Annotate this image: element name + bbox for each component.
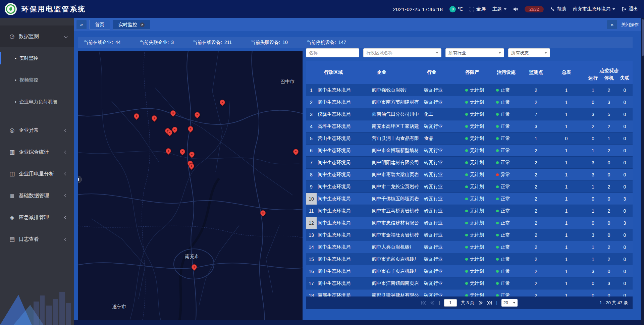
stop-count-cell: 3 (601, 96, 617, 108)
industry-select[interactable]: 所有行业 (445, 48, 504, 57)
table-row[interactable]: 6 阆中生态环境局 阆中市金博瑞新型墙材 砖瓦行业 无计划 正常 (306, 145, 633, 157)
status-dot (496, 185, 499, 188)
run-count-cell: 0 (585, 193, 601, 205)
table-row[interactable]: 15 阆中生态环境局 阆中市光富页岩机砖厂 砖瓦行业 无计划 正 (306, 253, 633, 265)
page-number-input[interactable] (444, 299, 457, 307)
column-header-region: 行政区域 (317, 61, 371, 84)
region-cell: 阆中生态环境局 (317, 145, 371, 156)
table-row[interactable]: 10 阆中生态环境局 阆中千佛镇五郎垭页岩 砖瓦行业 无计划 正 (306, 193, 633, 205)
table-row[interactable]: 1 阆中生态环境局 阆中强锐页岩砖厂 砖瓦行业 无计划 正常 (306, 84, 633, 96)
tab-home[interactable]: 首页 (89, 20, 110, 30)
region-select[interactable]: 行政区域名称 (363, 48, 441, 57)
sidebar-item[interactable]: ◎ 企业异常 (0, 119, 74, 141)
map-canvas[interactable]: 巴中市 南充市 遂宁市 (78, 51, 303, 320)
production-status-cell: 无计划 (458, 205, 493, 217)
enterprise-cell: 阆中市忠信建材有限公 (371, 217, 423, 229)
scrollbar-thumb[interactable] (642, 19, 644, 56)
table-row[interactable]: 11 阆中生态环境局 阆中市五马桥页岩机砖 砖瓦行业 无计划 正 (306, 205, 633, 217)
close-tab-icon[interactable]: ✕ (140, 22, 145, 27)
stop-count-cell: 1 (601, 132, 617, 144)
column-header-stop: 停机 (601, 74, 617, 84)
total-meter-cell: 1 (548, 84, 585, 96)
enterprise-cell: 阆中千佛镇五郎垭页岩 (371, 193, 423, 205)
lost-count-cell: 0 (617, 108, 633, 120)
speaker-icon[interactable] (513, 7, 518, 11)
theme-selector[interactable]: 主题 (492, 6, 506, 12)
sidebar-submenu-item[interactable]: 实时监控 (0, 47, 74, 69)
points-cell: 2 (524, 145, 548, 156)
row-index-cell: 5 (306, 132, 317, 144)
table-row[interactable]: 3 仪陇生态环境局 西南油气田分公司川中 化工 无计划 正常 (306, 108, 633, 120)
status-select[interactable]: 所有状态 (508, 48, 550, 57)
datetime: 2021-02-25 17:46:18 (393, 6, 443, 12)
status-dot (465, 161, 468, 164)
total-meter-cell: 1 (548, 169, 585, 180)
logout-button[interactable]: 退出 (622, 6, 638, 12)
sidebar-item-data-monitoring[interactable]: ◷ 数据监测 (0, 25, 74, 47)
status-dot (496, 270, 499, 273)
table-row[interactable]: 12 阆中生态环境局 阆中市忠信建材有限公 砖瓦行业 无计划 正 (306, 217, 633, 229)
tabs-scroll-left-button[interactable]: « (76, 20, 87, 29)
table-row[interactable]: 13 阆中生态环境局 阆中市金福旺页岩机砖 砖瓦行业 无计划 正 (306, 229, 633, 241)
last-page-button[interactable] (487, 301, 492, 305)
enterprise-cell: 西南油气田分公司川中 (371, 108, 423, 120)
help-button[interactable]: 帮助 (550, 6, 566, 12)
sidebar-item[interactable]: ◈ 应急减排管理 (0, 207, 74, 228)
status-dot (496, 282, 499, 285)
sidebar-submenu-item[interactable]: 视频监控 (0, 69, 74, 91)
stop-count-cell: 2 (601, 205, 617, 217)
alert-icon: ◎ (9, 127, 15, 134)
industry-cell: 砖瓦行业 (423, 241, 458, 253)
table-row[interactable]: 16 阆中生态环境局 阆中市石子页岩机砖厂 砖瓦行业 无计划 正 (306, 265, 633, 277)
status-dot (496, 89, 499, 92)
org-selector[interactable]: 南充市生态环境局 (573, 6, 615, 12)
table-row[interactable]: 17 阆中生态环境局 阆中市江南镇阆南页岩 砖瓦行业 无计划 正 (306, 277, 633, 289)
enterprise-cell: 阆中大兴页岩机砖厂 (371, 241, 423, 253)
table-row[interactable]: 4 高坪生态环境局 南充市高坪区王家店建 砖瓦行业 无计划 正常 (306, 120, 633, 132)
production-status-cell: 无计划 (458, 169, 493, 180)
table-row[interactable]: 2 阆中生态环境局 阆中市南方节能建材有 砖瓦行业 无计划 正常 (306, 96, 633, 108)
alert-count-badge[interactable]: 2632 (525, 6, 544, 12)
sidebar-item[interactable]: ▦ 企业综合统计 (0, 141, 74, 163)
first-page-button[interactable] (421, 301, 426, 305)
row-index-cell: 2 (306, 96, 317, 108)
run-count-cell: 1 (585, 241, 601, 253)
tabs-scroll-right-button[interactable]: » (607, 20, 617, 29)
table-row[interactable]: 5 营山生态环境局 营山县润丰肉食品有限 食品 无计划 正常 (306, 132, 633, 145)
sidebar-item[interactable]: ≣ 基础数据管理 (0, 185, 74, 207)
industry-cell: 化工 (423, 108, 458, 120)
total-meter-cell: 1 (548, 253, 585, 265)
fullscreen-button[interactable]: 全屏 (470, 6, 486, 12)
name-search-input[interactable] (306, 48, 359, 57)
table-row[interactable]: 18 南部生态环境局 南部县建兴建材有限公 砖瓦行业 无计划 正 (306, 289, 633, 296)
top-header: 环保用电监管系统 2021-02-25 17:46:18 0 ℃ 全屏 主题 2… (0, 0, 644, 18)
row-index-cell: 3 (306, 108, 317, 120)
prev-page-button[interactable] (430, 301, 435, 305)
stats-bar: 当前在线企业: 44 当前失联企业: 3 当前在线设备: 211 当前 (78, 37, 633, 48)
run-count-cell: 3 (585, 265, 601, 277)
table-row[interactable]: 7 阆中生态环境局 阆中明阳建材有限公司 砖瓦行业 无计划 正常 (306, 157, 633, 169)
chevron-down-icon (498, 52, 501, 54)
next-page-button[interactable] (478, 301, 483, 305)
sidebar-submenu-item[interactable]: 企业电力负荷明细 (0, 91, 74, 113)
pin-icon (194, 111, 201, 119)
tab-realtime-monitoring[interactable]: 实时监控 ✕ (113, 20, 150, 30)
industry-cell: 砖瓦行业 (423, 96, 458, 108)
sidebar-item[interactable]: ◫ 企业用电量分析 (0, 163, 74, 185)
total-meter-cell: 1 (548, 205, 585, 217)
lost-count-cell: 0 (617, 169, 633, 180)
app-title: 环保用电监管系统 (21, 4, 86, 14)
close-operations-button[interactable]: 关闭操作 (621, 22, 639, 28)
industry-cell: 砖瓦行业 (423, 289, 458, 296)
scrollbar[interactable] (641, 18, 644, 325)
table-row[interactable]: 9 阆中生态环境局 阆中市二龙长宝页岩砖 砖瓦行业 无计划 正常 (306, 181, 633, 193)
sidebar-item[interactable]: ▤ 日志查看 (0, 228, 74, 250)
table-row[interactable]: 14 阆中生态环境局 阆中大兴页岩机砖厂 砖瓦行业 无计划 正常 (306, 241, 633, 253)
stop-count-cell: 2 (601, 120, 617, 132)
table-row[interactable]: 8 阆中生态环境局 阆中市枣碧大梁山页岩 砖瓦行业 无计划 异常 (306, 169, 633, 181)
page-size-select[interactable]: 20 (501, 299, 518, 307)
total-meter-cell: 1 (548, 157, 585, 168)
industry-cell: 砖瓦行业 (423, 253, 458, 265)
industry-cell: 砖瓦行业 (423, 84, 458, 96)
tab-bar: « 首页 实时监控 ✕ » 关闭操作 (74, 18, 644, 31)
